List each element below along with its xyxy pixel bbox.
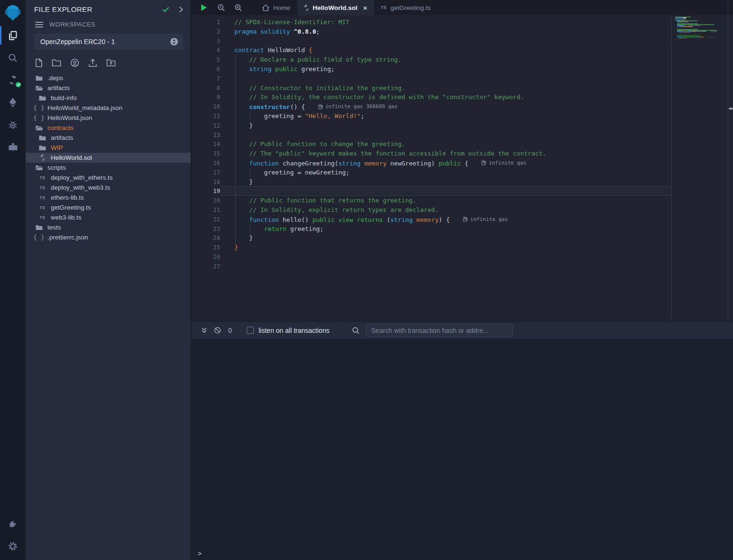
upload-folder-icon[interactable] [106,59,116,67]
line-number[interactable]: 26 [192,252,220,262]
line-content[interactable] [220,130,671,140]
debugger-bug-icon[interactable] [0,113,26,136]
line-number[interactable]: 3 [192,37,220,46]
remix-logo-icon[interactable] [2,2,23,24]
editor-scrollbar-track[interactable] [728,0,728,321]
line-number[interactable]: 27 [192,262,220,271]
line-content[interactable]: // Public function that returns the gree… [220,196,671,205]
tab-getgreeting-ts[interactable]: TSgetGreeting.ts [374,0,438,15]
tree-item-deploy-with-ethers-ts[interactable]: TSdeploy_with_ethers.ts [26,173,191,183]
tree-item--prettierrc-json[interactable]: { }.prettierrc.json [26,232,191,242]
line-content[interactable] [220,74,671,83]
line-content[interactable] [220,37,671,46]
line-number[interactable]: 19 [192,186,220,196]
zoom-out-icon[interactable] [213,0,230,15]
tree-item-web3-lib-ts[interactable]: TSweb3-lib.ts [26,212,191,222]
solidity-compiler-icon[interactable] [0,69,26,91]
line-content[interactable]: // Constructor to initialize the greetin… [220,83,671,93]
github-icon[interactable] [70,58,79,67]
line-number[interactable]: 6 [192,64,220,74]
tree-item-ethers-lib-ts[interactable]: TSethers-lib.ts [26,193,191,202]
line-number[interactable]: 14 [192,139,220,149]
line-content[interactable]: function changeGreeting(string memory ne… [220,158,671,168]
transaction-search-input[interactable] [366,324,513,337]
tree-item-scripts[interactable]: scripts [26,163,191,173]
line-number[interactable]: 5 [192,55,220,64]
line-number[interactable]: 23 [192,224,220,234]
listen-transactions-checkbox[interactable] [247,327,254,334]
line-number[interactable]: 8 [192,83,220,93]
line-number[interactable]: 25 [192,243,220,252]
line-content[interactable]: } [220,121,671,130]
plugin-manager-icon[interactable] [0,513,26,535]
line-content[interactable]: } [220,243,671,252]
line-content[interactable]: // In Solidity, explicit return types ar… [220,205,671,215]
line-content[interactable]: greeting = "Hello, World!"; [220,111,671,121]
learn-book-icon[interactable] [0,136,26,158]
minimap[interactable] [675,17,719,43]
line-content[interactable]: // The "public" keyword makes the functi… [220,149,671,158]
tree-item-helloworld-json[interactable]: { }HelloWorld.json [26,113,191,123]
line-content[interactable]: greeting = newGreeting; [220,168,671,177]
line-content[interactable]: return greeting; [220,224,671,234]
line-number[interactable]: 13 [192,130,220,140]
line-number[interactable]: 9 [192,92,220,102]
line-number[interactable]: 18 [192,177,220,187]
terminal-content[interactable]: > [192,339,733,560]
tab-home[interactable]: Home [255,0,297,15]
line-number[interactable]: 10 [192,102,220,111]
line-content[interactable]: // SPDX-License-Identifier: MIT [220,18,671,27]
new-file-icon[interactable] [35,58,43,67]
tree-item-helloworld-sol[interactable]: HelloWorld.sol [26,153,191,163]
tree-item-contracts[interactable]: contracts [26,123,191,133]
line-content[interactable] [220,252,671,262]
line-number[interactable]: 15 [192,149,220,158]
file-explorer-icon[interactable] [0,24,26,46]
line-content[interactable] [220,186,671,196]
line-content[interactable]: string public greeting; [220,64,671,74]
line-content[interactable]: // In Solidity, the constructor is defin… [220,92,671,102]
deploy-run-icon[interactable] [0,91,26,113]
tree-item-artifacts[interactable]: artifacts [26,133,191,143]
line-number[interactable]: 24 [192,233,220,243]
line-number[interactable]: 1 [192,18,220,27]
line-content[interactable] [220,262,671,271]
line-number[interactable]: 11 [192,111,220,121]
line-number[interactable]: 17 [192,168,220,177]
terminal-expand-chevrons-icon[interactable] [197,327,211,333]
panel-collapse-chevron-icon[interactable] [179,6,183,13]
scrollbar-grip[interactable] [729,108,733,110]
tree-item-getgreeting-ts[interactable]: TSgetGreeting.ts [26,202,191,212]
line-content[interactable]: constructor() {infinite gas 368600 gas [220,102,671,111]
tree-item-tests[interactable]: tests [26,222,191,232]
settings-gear-icon[interactable] [0,535,26,557]
tree-item--deps[interactable]: .deps [26,73,191,83]
tree-item-helloworld-metadata-json[interactable]: { }HelloWorld_metadata.json [26,103,191,113]
clear-console-icon[interactable] [211,327,224,334]
zoom-in-icon[interactable] [230,0,247,15]
line-content[interactable]: contract HelloWorld { [220,46,671,55]
line-number[interactable]: 7 [192,74,220,83]
close-tab-icon[interactable]: × [363,4,367,11]
line-content[interactable]: pragma solidity ^0.8.0; [220,27,671,37]
tree-item-artifacts[interactable]: artifacts [26,83,191,93]
upload-file-icon[interactable] [88,58,97,67]
tree-item-build-info[interactable]: build-info [26,93,191,103]
workspace-select[interactable]: OpenZeppelin ERC20 - 1 [34,34,183,50]
tab-helloworld-sol[interactable]: HelloWorld.sol× [297,0,374,15]
workspace-ok-check-icon[interactable] [162,7,169,12]
tree-item-wip[interactable]: WIP [26,143,191,153]
run-script-icon[interactable] [195,0,213,15]
new-folder-icon[interactable] [52,59,61,67]
line-content[interactable]: // Declare a public field of type string… [220,55,671,64]
line-number[interactable]: 12 [192,121,220,130]
line-content[interactable]: } [220,177,671,187]
line-content[interactable]: // Public function to change the greetin… [220,139,671,149]
line-number[interactable]: 20 [192,196,220,205]
line-number[interactable]: 22 [192,215,220,224]
line-number[interactable]: 4 [192,46,220,55]
code-editor[interactable]: 1// SPDX-License-Identifier: MIT2pragma … [192,15,733,321]
search-icon[interactable] [0,46,26,69]
line-content[interactable]: } [220,233,671,243]
line-number[interactable]: 21 [192,205,220,215]
